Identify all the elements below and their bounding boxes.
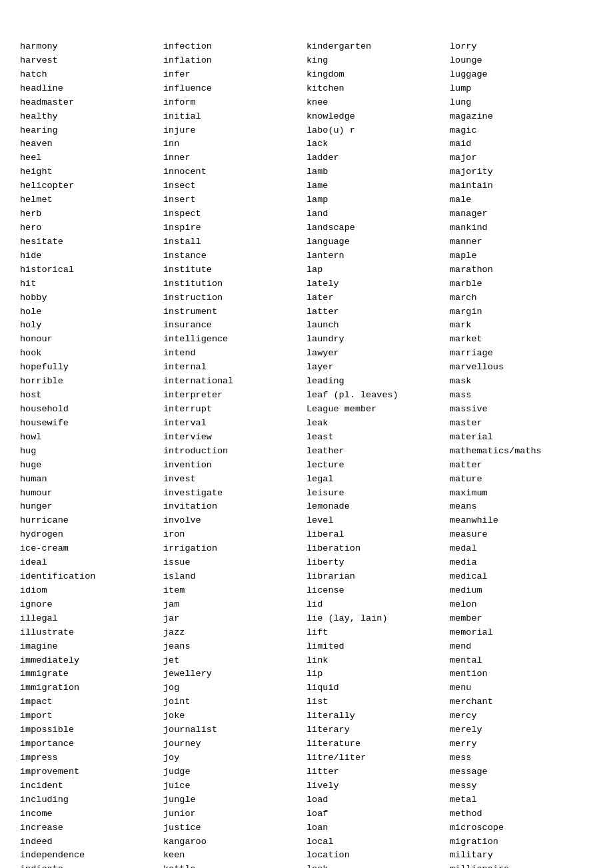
word-item: liberty <box>306 556 450 570</box>
word-item: lamp <box>306 193 450 207</box>
word-item: honour <box>20 333 163 347</box>
word-item: material <box>450 431 593 445</box>
word-item: millionaire <box>450 863 593 868</box>
word-item: layer <box>306 361 450 375</box>
word-item: luggage <box>450 68 593 82</box>
word-item: housewife <box>20 417 163 431</box>
word-item: lid <box>306 598 450 612</box>
word-item: human <box>20 473 163 487</box>
word-item: measure <box>450 528 593 542</box>
word-item: knowledge <box>306 110 450 124</box>
word-item: king <box>306 54 450 68</box>
word-item: hunger <box>20 500 163 514</box>
word-item: lump <box>450 82 593 96</box>
word-item: infer <box>163 68 306 82</box>
word-item: host <box>20 389 163 403</box>
word-item: mask <box>450 375 593 389</box>
word-item: magic <box>450 124 593 138</box>
word-item: lack <box>306 137 450 151</box>
word-item: means <box>450 500 593 514</box>
word-item: kangaroo <box>163 835 306 849</box>
word-item: immediately <box>20 654 163 668</box>
word-item: marble <box>450 277 593 291</box>
word-item: joy <box>163 751 306 765</box>
word-item: medium <box>450 584 593 598</box>
word-item: island <box>163 570 306 584</box>
word-item: invention <box>163 459 306 473</box>
word-item: horrible <box>20 375 163 389</box>
word-item: humour <box>20 487 163 501</box>
word-item: liberation <box>306 542 450 556</box>
word-item: joke <box>163 709 306 723</box>
word-item: investigate <box>163 487 306 501</box>
word-item: menu <box>450 681 593 695</box>
word-item: location <box>306 849 450 863</box>
word-item: lock <box>306 863 450 868</box>
word-item: judge <box>163 765 306 779</box>
word-item: migration <box>450 835 593 849</box>
word-item: issue <box>163 556 306 570</box>
word-item: influence <box>163 82 306 96</box>
word-item: lawyer <box>306 347 450 361</box>
word-item: jet <box>163 654 306 668</box>
word-item: jam <box>163 598 306 612</box>
word-item: mental <box>450 654 593 668</box>
word-item: messy <box>450 779 593 793</box>
word-item: heel <box>20 151 163 165</box>
word-item: holy <box>20 319 163 333</box>
word-item: marriage <box>450 347 593 361</box>
word-item: illegal <box>20 612 163 626</box>
word-item: land <box>306 207 450 221</box>
word-item: hook <box>20 347 163 361</box>
word-item: manner <box>450 235 593 249</box>
word-item: message <box>450 765 593 779</box>
word-item: librarian <box>306 570 450 584</box>
word-item: harvest <box>20 54 163 68</box>
word-item: mess <box>450 751 593 765</box>
word-item: manager <box>450 207 593 221</box>
word-item: method <box>450 807 593 821</box>
word-item: liberal <box>306 528 450 542</box>
word-item: juice <box>163 779 306 793</box>
word-item: maintain <box>450 179 593 193</box>
word-item: latter <box>306 305 450 319</box>
word-item: lantern <box>306 249 450 263</box>
word-item: headmaster <box>20 96 163 110</box>
word-item: introduction <box>163 445 306 459</box>
word-item: jar <box>163 612 306 626</box>
word-item: injure <box>163 124 306 138</box>
word-item: metal <box>450 793 593 807</box>
word-item: hopefully <box>20 361 163 375</box>
word-item: ignore <box>20 598 163 612</box>
word-item: lecture <box>306 459 450 473</box>
word-item: internal <box>163 361 306 375</box>
word-item: merchant <box>450 695 593 709</box>
word-item: jog <box>163 681 306 695</box>
word-item: international <box>163 375 306 389</box>
word-item: leaf (pl. leaves) <box>306 389 450 403</box>
word-item: inn <box>163 137 306 151</box>
word-item: interrupt <box>163 403 306 417</box>
word-item: interpreter <box>163 389 306 403</box>
word-item: hesitate <box>20 235 163 249</box>
word-item: journey <box>163 737 306 751</box>
word-item: magazine <box>450 110 593 124</box>
word-item: leak <box>306 417 450 431</box>
word-item: mark <box>450 319 593 333</box>
word-item: literally <box>306 709 450 723</box>
word-item: including <box>20 793 163 807</box>
word-item: infection <box>163 40 306 54</box>
word-item: keen <box>163 849 306 863</box>
word-item: independence <box>20 849 163 863</box>
word-item: ladder <box>306 151 450 165</box>
word-item: maple <box>450 249 593 263</box>
word-item: jewellery <box>163 667 306 681</box>
word-item: male <box>450 193 593 207</box>
word-item: lemonade <box>306 500 450 514</box>
word-item: impress <box>20 751 163 765</box>
word-item: invest <box>163 473 306 487</box>
word-item: junior <box>163 807 306 821</box>
word-item: helicopter <box>20 179 163 193</box>
word-item: howl <box>20 431 163 445</box>
word-item: lounge <box>450 54 593 68</box>
